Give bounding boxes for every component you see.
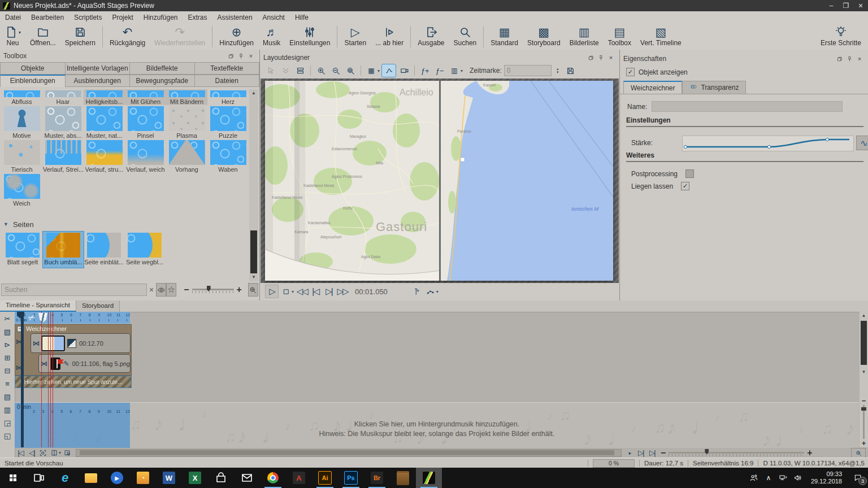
zoom-plus-icon[interactable]: + <box>234 285 245 295</box>
star-icon[interactable]: ☆ <box>166 283 176 297</box>
layout-imagelist-button[interactable]: ▥Bilderliste <box>565 24 604 50</box>
pattern-grid-icon[interactable]: ▥ <box>448 64 461 77</box>
close-button[interactable]: × <box>853 0 868 11</box>
menu-hilfe[interactable]: Hilfe <box>290 11 314 24</box>
new-track-dropzone[interactable]: Hierher ziehen, um neue Spur anzule... <box>15 376 132 388</box>
play-track-icon[interactable]: ⊳ <box>2 340 12 349</box>
tab-timeline-spuransicht[interactable]: Timeline - Spuransicht <box>0 300 76 312</box>
panel-pin-icon[interactable] <box>236 51 246 60</box>
menu-extras[interactable]: Extras <box>183 11 212 24</box>
panel-maximize-icon[interactable] <box>834 54 844 63</box>
book-dropdown-icon[interactable]: ▾ <box>59 450 61 455</box>
taskbar-acrobat-icon[interactable]: A <box>286 468 312 488</box>
skip-start-icon[interactable]: |◁ <box>309 285 322 298</box>
effect-haar[interactable]: Haar <box>42 89 84 105</box>
layout-toolbox-button[interactable]: ▤Toolbox <box>604 24 636 50</box>
scroll-down-icon[interactable]: ▼ <box>249 273 258 281</box>
seite-buch-umblä[interactable]: Buch umblä... <box>43 232 84 268</box>
first-steps-button[interactable]: Erste Schritte <box>814 24 868 50</box>
volume-icon[interactable] <box>791 468 805 488</box>
tab-bildeffekte[interactable]: Bildeffekte <box>130 62 195 75</box>
menu-assistenten[interactable]: Assistenten <box>212 11 258 24</box>
tab-einblendungen[interactable]: Einblendungen <box>0 75 66 87</box>
v-scroll-thumb[interactable] <box>861 321 867 365</box>
name-field[interactable] <box>652 101 843 112</box>
effect-puzzle[interactable]: Puzzle <box>207 105 249 139</box>
taskbar-toolbox-app-icon[interactable] <box>390 468 416 488</box>
staerke-curve-editor[interactable] <box>682 136 854 151</box>
group-track-icon[interactable]: ⊟ <box>2 366 12 375</box>
effect-tierisch[interactable]: Tierisch <box>1 139 42 173</box>
insert-object-icon[interactable]: ▧ <box>2 327 12 336</box>
book-view-icon[interactable] <box>49 448 60 457</box>
weichzeichner-track[interactable]: − Weichzeichner ⋈ 00:12.70 ⋈ ✎ 00:11.106… <box>15 324 132 376</box>
panel-close-icon[interactable]: × <box>854 54 865 63</box>
menu-bearbeiten[interactable]: Bearbeiten <box>26 11 69 24</box>
taskbar-explorer-icon[interactable] <box>78 468 104 488</box>
output-button[interactable]: Ausgabe <box>413 24 449 50</box>
taskbar-store-icon[interactable] <box>208 468 234 488</box>
taskbar-chrome-icon[interactable] <box>260 468 286 488</box>
select-range-icon[interactable] <box>62 448 73 457</box>
music-button[interactable]: ♬Musik <box>258 24 285 50</box>
menu-hinzufügen[interactable]: Hinzufügen <box>138 11 183 24</box>
minimize-button[interactable]: – <box>824 0 839 11</box>
zeitmarke-spinner[interactable]: ▲▼ <box>556 67 559 74</box>
scroll-right-icon[interactable]: ▸ <box>624 448 635 457</box>
timeline-zoom-plus[interactable]: + <box>804 448 815 458</box>
effect-pinsel[interactable]: Pinsel <box>125 105 166 139</box>
add-track-icon[interactable]: ⊞ <box>2 353 12 362</box>
slide-preview-map[interactable]: Achilleio Gastouri Agios GeorgiosSetavia… <box>265 81 613 281</box>
camera-pan-icon[interactable] <box>397 64 411 77</box>
taskbar-photoshop-icon[interactable]: Ps <box>338 468 364 488</box>
zoom-minus-icon[interactable]: − <box>181 285 192 295</box>
effect-motive[interactable]: Motive <box>1 105 42 139</box>
effect-verlauf-weich[interactable]: Verlauf, weich <box>125 139 166 173</box>
save-view-icon[interactable] <box>564 64 578 77</box>
stop-dropdown-icon[interactable]: ▾ <box>292 289 294 294</box>
curve-mode-button[interactable]: ∿ <box>856 136 868 150</box>
search-button[interactable]: Suchen <box>449 24 481 50</box>
effect-vorhang[interactable]: Vorhang <box>166 139 207 173</box>
music-track[interactable]: ♪♫♪♩♪♫♪♩♪♫♪♩♪♫♪♩♪♫♪♩♪♫♪♩♪♫♪♩♪♫♪♩♪♫♪♩♪♫♪♩… <box>15 402 859 448</box>
notification-icon[interactable]: 3 <box>848 468 868 488</box>
tab-texteffekte[interactable]: Texteffekte <box>195 62 260 75</box>
panel-close-icon[interactable]: × <box>606 53 616 62</box>
taskbar-photos-icon[interactable]: ◔ <box>130 468 156 488</box>
taskbar-media-player-icon[interactable]: ▶ <box>104 468 130 488</box>
fade-out-path-icon[interactable]: ƒ− <box>433 64 446 77</box>
effect-verlauf-strei[interactable]: Verlauf, Strei... <box>42 139 84 173</box>
effect-weich[interactable]: Weich <box>1 173 42 207</box>
auto-zoom-icon[interactable] <box>248 283 258 297</box>
fade-handle-icon[interactable]: ⋈ <box>33 339 40 347</box>
map-clip[interactable]: ⋈ 00:12.70 <box>31 333 131 353</box>
stagger-up-icon[interactable]: ▤ <box>2 392 12 401</box>
scrollbar-thumb[interactable] <box>250 230 257 273</box>
layers-icon[interactable] <box>293 64 307 77</box>
rewind-icon[interactable]: ◁◁ <box>296 285 308 298</box>
clear-search-icon[interactable]: × <box>147 284 156 296</box>
liegen-lassen-checkbox[interactable]: ✓ <box>681 182 689 190</box>
new-button[interactable]: ▾Neu <box>0 24 25 50</box>
last-keyframe-icon[interactable]: ▷| <box>646 448 658 457</box>
seite-blatt-segelt[interactable]: Blatt segelt <box>2 232 43 268</box>
grid-icon[interactable]: ▦ <box>364 64 378 77</box>
effect-waben[interactable]: Waben <box>207 139 249 173</box>
taskbar-edge-icon[interactable]: e <box>52 468 78 488</box>
v-zoom-minus[interactable]: − <box>862 396 866 405</box>
playhead[interactable] <box>21 312 24 447</box>
taskbar-mail-icon[interactable] <box>234 468 260 488</box>
group-header-seiten[interactable]: ▼ Seiten <box>3 219 246 229</box>
tray-expand-icon[interactable]: ∧ <box>761 468 776 488</box>
tab-objekte[interactable]: Objekte <box>0 62 66 75</box>
clock[interactable]: 09:3329.12.2018 <box>805 470 848 485</box>
stop-icon[interactable] <box>280 285 292 298</box>
effect-mit-bändern[interactable]: Mit Bändern <box>166 89 207 105</box>
taskbar-word-icon[interactable]: W <box>156 468 182 488</box>
taskbar-bridge-icon[interactable]: Br <box>364 468 390 488</box>
show-object-checkbox[interactable]: ✓ <box>626 68 635 76</box>
save-button[interactable]: Speichern <box>60 24 100 50</box>
start-from-here-button[interactable]: ... ab hier <box>371 24 408 50</box>
tracks-icon[interactable]: ≡ <box>2 379 12 388</box>
seite-seite-wegbl[interactable]: Seite wegbl... <box>124 232 165 268</box>
